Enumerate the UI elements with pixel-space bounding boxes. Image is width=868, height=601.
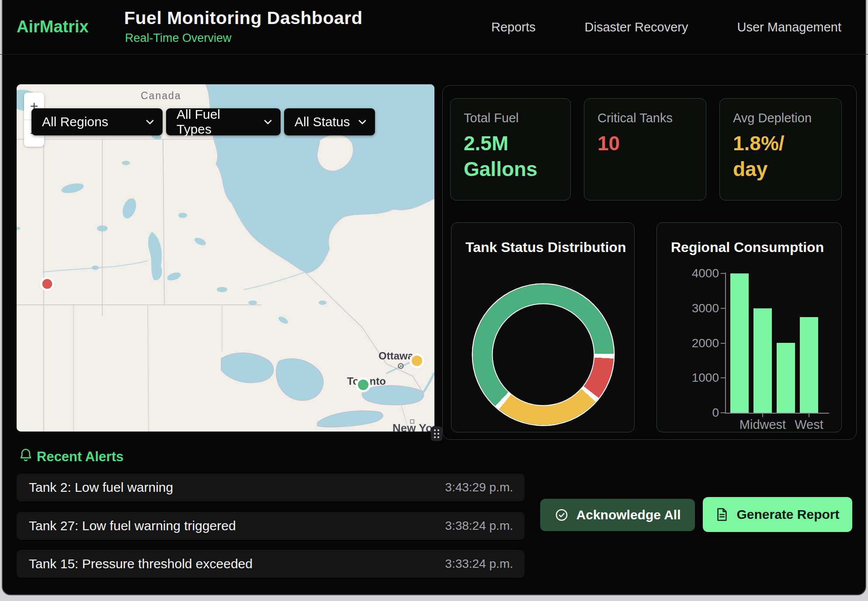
- map-panel[interactable]: Canada Ottawa Toronto New York + − All R…: [17, 84, 434, 432]
- alert-timestamp: 3:33:24 p.m.: [445, 557, 513, 571]
- fuel-type-filter-select[interactable]: All Fuel Types: [166, 108, 281, 135]
- tank-status-title: Tank Status Distribution: [465, 239, 626, 256]
- x-tick-label: West: [795, 418, 823, 432]
- status-filter-select[interactable]: All Status: [284, 108, 375, 135]
- bar-region-1: [753, 308, 772, 413]
- stat-card-total-fuel: Total Fuel 2.5M Gallons: [450, 98, 571, 200]
- alert-row: Tank 15: Pressure threshold exceeded 3:3…: [17, 550, 524, 578]
- fuel-type-filter-value: All Fuel Types: [177, 107, 256, 137]
- region-filter-select[interactable]: All Regions: [31, 108, 163, 135]
- nav-reports[interactable]: Reports: [491, 20, 536, 35]
- chevron-down-icon: [264, 120, 272, 124]
- alert-message: Tank 27: Low fuel warning triggered: [29, 518, 236, 533]
- map-resize-handle[interactable]: [431, 426, 442, 441]
- page-subtitle: Real-Time Overview: [125, 31, 232, 45]
- bar-region-2: [777, 343, 795, 413]
- x-tick-mark: [762, 414, 763, 417]
- stat-card-avg-depletion: Avg Depletion 1.8%/ day: [719, 98, 842, 200]
- alert-message: Tank 15: Pressure threshold exceeded: [29, 556, 253, 571]
- x-tick-mark: [809, 414, 809, 417]
- y-tick-label: 2000: [657, 336, 719, 350]
- generate-report-label: Generate Report: [736, 507, 839, 522]
- bar-region-3: [800, 317, 818, 413]
- stat-label: Critical Tanks: [597, 111, 693, 125]
- tank-marker-warning[interactable]: [411, 355, 424, 367]
- bar-region-0: [730, 273, 749, 413]
- bell-icon: [18, 447, 33, 464]
- acknowledge-all-button[interactable]: Acknowledge All: [540, 499, 695, 531]
- alert-timestamp: 3:38:24 p.m.: [445, 519, 513, 533]
- stat-card-critical-tanks: Critical Tanks 10: [584, 98, 706, 200]
- page-title: Fuel Monitoring Dashboard: [124, 8, 362, 28]
- chevron-down-icon: [146, 120, 154, 124]
- x-tick-label: Midwest: [740, 418, 786, 432]
- main-nav: Reports Disaster Recovery User Managemen…: [491, 0, 841, 54]
- alerts-heading: Recent Alerts: [37, 449, 124, 465]
- y-tick-mark: [721, 377, 726, 378]
- map-label-canada: Canada: [141, 90, 181, 101]
- stat-label: Avg Depletion: [733, 111, 828, 125]
- alert-message: Tank 2: Low fuel warning: [29, 480, 173, 495]
- y-tick-label: 0: [657, 406, 719, 420]
- acknowledge-all-label: Acknowledge All: [576, 508, 681, 522]
- y-tick-mark: [721, 273, 726, 274]
- regional-consumption-bar-chart: 01000200030004000MidwestWest: [657, 223, 841, 432]
- alert-timestamp: 3:43:29 p.m.: [445, 480, 513, 494]
- alert-row: Tank 27: Low fuel warning triggered 3:38…: [17, 512, 524, 540]
- generate-report-button[interactable]: Generate Report: [703, 497, 852, 532]
- y-tick-label: 4000: [657, 266, 719, 280]
- brand-logo: AirMatrix: [17, 17, 89, 36]
- map-lake-ontario: [362, 386, 424, 405]
- stat-value: 2.5M Gallons: [464, 131, 557, 182]
- y-tick-mark: [721, 412, 726, 413]
- region-filter-value: All Regions: [42, 114, 108, 129]
- bars-group: [727, 273, 828, 413]
- y-tick-label: 3000: [657, 301, 719, 315]
- tank-marker-critical[interactable]: [42, 278, 53, 290]
- y-tick-label: 1000: [657, 371, 719, 385]
- top-bar: AirMatrix Fuel Monitoring Dashboard Real…: [0, 0, 868, 55]
- status-filter-value: All Status: [295, 114, 350, 129]
- stat-value: 1.8%/ day: [733, 131, 828, 182]
- document-icon: [715, 508, 729, 522]
- tank-marker-normal[interactable]: [357, 379, 370, 391]
- alert-row: Tank 2: Low fuel warning 3:43:29 p.m.: [17, 473, 524, 501]
- check-circle-icon: [555, 508, 569, 522]
- nav-disaster-recovery[interactable]: Disaster Recovery: [585, 20, 688, 35]
- stat-label: Total Fuel: [464, 111, 557, 125]
- map-label-ottawa: Ottawa: [378, 350, 414, 362]
- tank-status-panel: Tank Status Distribution: [451, 222, 635, 432]
- regional-consumption-panel: Regional Consumption 01000200030004000Mi…: [656, 222, 842, 432]
- chevron-down-icon: [358, 120, 366, 124]
- x-axis: [725, 413, 829, 414]
- y-tick-mark: [721, 343, 726, 344]
- y-tick-mark: [721, 308, 726, 309]
- nav-user-management[interactable]: User Management: [737, 20, 841, 35]
- stat-value: 10: [597, 131, 693, 156]
- tank-status-donut-chart: [473, 284, 614, 425]
- donut-hole: [492, 304, 595, 406]
